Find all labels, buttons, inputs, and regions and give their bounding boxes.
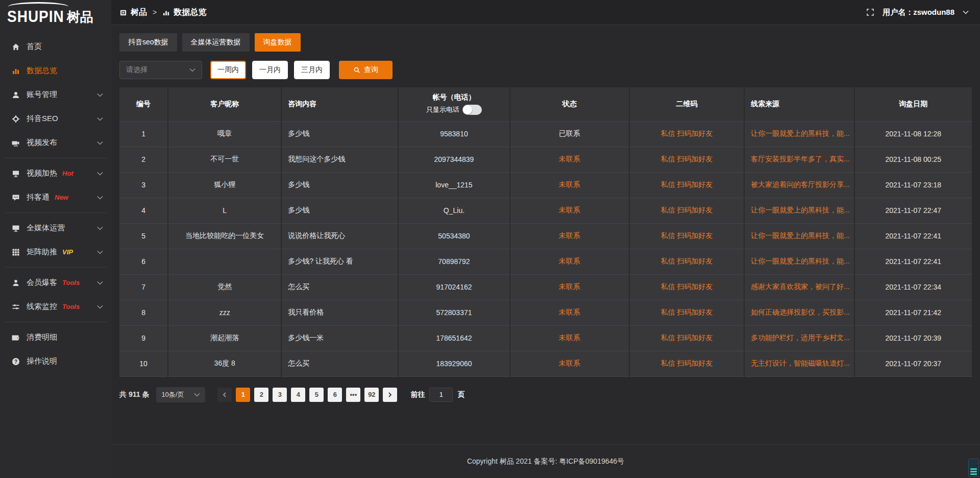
sidebar-item-badge: Tools: [62, 279, 80, 286]
qr-link[interactable]: 私信 扫码加好友: [660, 257, 713, 265]
source-link[interactable]: 客厅安装投影半年多了，真实...: [751, 155, 850, 163]
qr-link[interactable]: 私信 扫码加好友: [660, 308, 713, 316]
breadcrumb-root[interactable]: 树品: [131, 7, 147, 18]
question-icon: ?: [11, 357, 20, 366]
logo[interactable]: SHUPIN树品: [0, 0, 111, 30]
cell-status: 未联系: [510, 249, 629, 274]
cell-id: 3: [119, 172, 168, 198]
cell-status: 未联系: [510, 300, 629, 325]
sidebar-item-matrix-boost[interactable]: 矩阵助推VIP: [0, 240, 111, 264]
table-row: 8zzz我只看价格572803371未联系私信 扫码加好友如何正确选择投影仪，买…: [119, 300, 972, 325]
phone-only-toggle[interactable]: [462, 105, 482, 115]
page-button-2[interactable]: 2: [254, 388, 268, 402]
svg-text:?: ?: [14, 358, 17, 364]
page-button-6[interactable]: 6: [328, 388, 342, 402]
cell-id: 7: [119, 274, 168, 300]
source-link[interactable]: 多功能护栏灯，适用于乡村文...: [751, 333, 850, 342]
sidebar-item-clue-monitor[interactable]: 线索监控Tools: [0, 295, 111, 319]
cell-content: 说说价格让我死心: [281, 223, 398, 249]
query-button[interactable]: 查询: [339, 61, 393, 79]
filter-select[interactable]: 请选择: [119, 61, 202, 79]
cell-nickname: 36度 8: [168, 351, 281, 376]
period-button-one-week[interactable]: 一周内: [210, 61, 246, 79]
cell-date: 2021-11-08 00:25: [854, 147, 972, 172]
qr-link[interactable]: 私信 扫码加好友: [660, 129, 713, 137]
fullscreen-icon[interactable]: [866, 8, 874, 16]
qr-link[interactable]: 私信 扫码加好友: [660, 180, 713, 188]
next-page-button[interactable]: [383, 388, 397, 402]
qr-link[interactable]: 私信 扫码加好友: [660, 359, 713, 367]
search-icon: [353, 66, 360, 74]
cell-nickname: [168, 249, 281, 274]
cell-date: 2021-11-07 23:18: [854, 172, 972, 198]
page-button-92[interactable]: 92: [364, 388, 379, 402]
chevron-down-icon: [194, 392, 200, 398]
cell-nickname: L: [168, 198, 281, 223]
tab-media-operation-data[interactable]: 全媒体运营数据: [182, 33, 250, 52]
chevron-down-icon[interactable]: [963, 10, 969, 14]
sidebar-item-account-manage[interactable]: 账号管理: [0, 83, 111, 107]
sidebar-item-douketong[interactable]: 抖客通New: [0, 185, 111, 209]
cell-status: 未联系: [510, 198, 629, 223]
prev-page-button[interactable]: [217, 388, 232, 402]
col-header-account-title: 帐号（电话）: [399, 93, 509, 102]
page-button-5[interactable]: 5: [309, 388, 324, 402]
qr-link[interactable]: 私信 扫码加好友: [660, 231, 713, 240]
sidebar-item-video-publish[interactable]: 视频发布: [0, 131, 111, 155]
sidebar-item-member-baoke[interactable]: 会员爆客Tools: [0, 271, 111, 295]
page-button-1[interactable]: 1: [236, 388, 250, 402]
page-button-4[interactable]: 4: [291, 388, 305, 402]
table-row: 1哦章多少钱9583810已联系私信 扫码加好友让你一眼就爱上的黑科技，能...…: [119, 121, 972, 147]
cell-content: 多少钱: [281, 121, 398, 147]
page-button-3[interactable]: 3: [273, 388, 287, 402]
cell-account: 70898792: [398, 249, 510, 274]
period-button-one-month[interactable]: 一月内: [252, 61, 288, 79]
cell-id: 10: [119, 351, 168, 376]
member-icon: [11, 278, 20, 288]
source-link[interactable]: 让你一眼就爱上的黑科技，能...: [751, 231, 850, 240]
sidebar-item-help[interactable]: ?操作说明: [0, 349, 111, 373]
sidebar-item-label: 数据总览: [27, 66, 57, 76]
sidebar-item-label: 抖客通: [27, 193, 50, 202]
source-link[interactable]: 让你一眼就爱上的黑科技，能...: [751, 206, 850, 214]
breadcrumb-separator: >: [151, 8, 159, 16]
cell-status: 未联系: [510, 172, 629, 198]
page-buttons: 123456•••92: [236, 388, 379, 402]
sidebar-item-expense-detail[interactable]: 消费明细: [0, 325, 111, 349]
sidebar-item-douyin-seo[interactable]: 抖音SEO: [0, 107, 111, 131]
source-link[interactable]: 让你一眼就爱上的黑科技，能...: [751, 257, 850, 265]
page-size-select[interactable]: 10条/页: [156, 387, 205, 402]
sidebar-item-media-operation[interactable]: 全媒体运营: [0, 216, 111, 240]
sidebar-item-home[interactable]: 首页: [0, 35, 111, 59]
source-link[interactable]: 无主灯设计，智能磁吸轨道灯...: [751, 359, 850, 367]
sidebar-item-badge: VIP: [62, 248, 73, 256]
cell-date: 2021-11-07 20:37: [854, 351, 972, 376]
sidebar-item-data-overview[interactable]: 数据总览: [0, 59, 111, 83]
cell-id: 4: [119, 198, 168, 223]
qr-link[interactable]: 私信 扫码加好友: [660, 155, 713, 163]
source-link[interactable]: 感谢大家喜欢我家，被问了好...: [751, 282, 850, 291]
sidebar-item-video-heat[interactable]: 视频加热Hot: [0, 161, 111, 185]
cell-content: 多少钱: [281, 172, 398, 198]
source-link[interactable]: 让你一眼就爱上的黑科技，能...: [751, 129, 850, 137]
goto-page-input[interactable]: [429, 388, 453, 402]
qr-link[interactable]: 私信 扫码加好友: [660, 333, 713, 342]
video-publish-icon: [11, 138, 20, 148]
page-ellipsis[interactable]: •••: [346, 388, 360, 402]
tab-inquiry-data[interactable]: 询盘数据: [255, 33, 301, 52]
cell-status: 未联系: [510, 325, 629, 351]
cell-qrcode: 私信 扫码加好友: [629, 172, 744, 198]
cell-source: 让你一眼就爱上的黑科技，能...: [744, 121, 854, 147]
sidebar-divider: [5, 158, 106, 158]
copyright-text: Copyright 树品 2021 备案号: 粤ICP备09019646号: [467, 457, 624, 466]
period-button-three-months[interactable]: 三月内: [294, 61, 330, 79]
cell-content: 多少钱一米: [281, 325, 398, 351]
tab-douyin-seo-data[interactable]: 抖音seo数据: [119, 33, 177, 52]
source-link[interactable]: 如何正确选择投影仪，买投影...: [751, 308, 850, 316]
qr-link[interactable]: 私信 扫码加好友: [660, 206, 713, 214]
qr-link[interactable]: 私信 扫码加好友: [660, 282, 713, 291]
source-link[interactable]: 被大家追着问的客厅投影分享...: [751, 180, 850, 188]
phone-toggle-label: 只显示电话: [426, 105, 459, 114]
wallet-icon: [11, 333, 20, 342]
content-area: 抖音seo数据全媒体运营数据询盘数据 请选择 一周内一月内三月内 查询: [111, 25, 980, 444]
